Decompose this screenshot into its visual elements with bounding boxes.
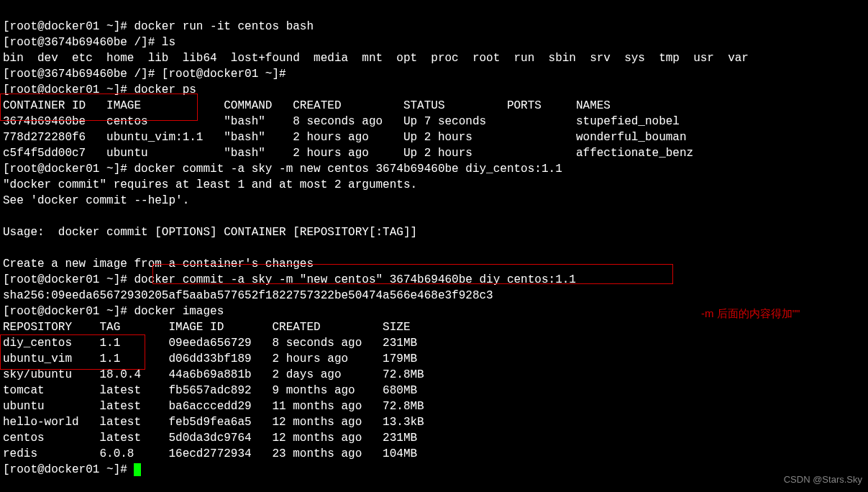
watermark-text: CSDN @Stars.Sky xyxy=(784,472,862,488)
term-line: [root@docker01 ~]# docker commit -a sky … xyxy=(3,273,576,286)
term-line: bin dev etc home lib lib64 lost+found me… xyxy=(3,52,749,65)
term-line: hello-world latest feb5d9fea6a5 12 month… xyxy=(3,416,424,429)
term-line: 778d272280f6 ubuntu_vim:1.1 "bash" 2 hou… xyxy=(3,131,687,144)
term-line: redis 6.0.8 16ecd2772934 23 months ago 1… xyxy=(3,447,417,460)
term-line: 3674b69460be centos "bash" 8 seconds ago… xyxy=(3,115,680,128)
term-line: sky/ubuntu 18.0.4 44a6b69a881b 2 days ag… xyxy=(3,368,424,381)
term-line: [root@docker01 ~]# docker images xyxy=(3,305,224,318)
terminal-output[interactable]: [root@docker01 ~]# docker run -it centos… xyxy=(0,0,868,478)
term-line: "docker commit" requires at least 1 and … xyxy=(3,178,417,191)
term-line: [root@docker01 ~]# docker ps xyxy=(3,83,196,96)
term-line: ubuntu latest ba6acccedd29 11 months ago… xyxy=(3,400,424,413)
term-line: [root@docker01 ~]# docker commit -a sky … xyxy=(3,163,562,176)
term-line: tomcat latest fb5657adc892 9 months ago … xyxy=(3,384,417,397)
term-line: diy_centos 1.1 09eeda656729 8 seconds ag… xyxy=(3,337,417,350)
term-line: c5f4f5dd00c7 ubuntu "bash" 2 hours ago U… xyxy=(3,147,693,160)
term-line: [root@docker01 ~]# docker run -it centos… xyxy=(3,20,314,33)
term-line: Usage: docker commit [OPTIONS] CONTAINER… xyxy=(3,226,417,239)
term-line: [root@3674b69460be /]# [root@docker01 ~]… xyxy=(3,68,286,81)
term-line: sha256:09eeda65672930205af5aaba577652f18… xyxy=(3,289,493,302)
term-line-prompt: [root@docker01 ~]# xyxy=(3,463,141,476)
term-line: REPOSITORY TAG IMAGE ID CREATED SIZE xyxy=(3,321,411,334)
cursor-icon xyxy=(134,463,141,476)
term-line: Create a new image from a container's ch… xyxy=(3,258,314,270)
term-line: CONTAINER ID IMAGE COMMAND CREATED STATU… xyxy=(3,99,611,112)
annotation-text: -m 后面的内容得加"" xyxy=(701,306,800,322)
term-line: centos latest 5d0da3dc9764 12 months ago… xyxy=(3,432,417,445)
term-line: See 'docker commit --help'. xyxy=(3,194,189,207)
term-line: [root@3674b69460be /]# ls xyxy=(3,36,175,49)
term-line: ubuntu_vim 1.1 d06dd33bf189 2 hours ago … xyxy=(3,352,417,365)
